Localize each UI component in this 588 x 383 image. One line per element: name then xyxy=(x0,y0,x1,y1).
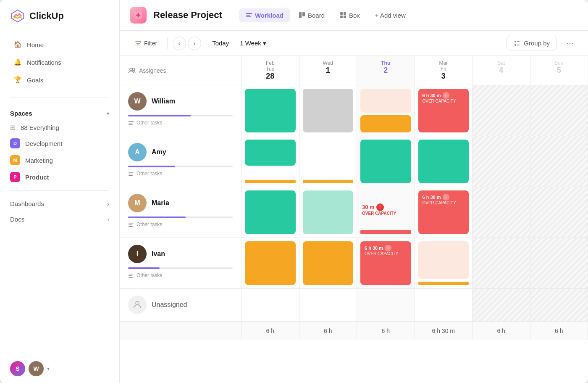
info-icon: ! xyxy=(443,194,449,201)
svg-rect-2 xyxy=(246,13,252,14)
next-button[interactable]: › xyxy=(188,37,201,50)
sidebar-item-notifications[interactable]: 🔔 Notifications xyxy=(3,54,116,71)
task-block[interactable]: 6 h 30 m ! OVER CAPACITY xyxy=(418,89,469,132)
svg-point-12 xyxy=(514,41,516,42)
page-header: Release Project Workload Board xyxy=(120,0,588,31)
toolbar: Filter ‹ › Today 1 Week ▾ Group by xyxy=(120,31,588,56)
person-row-amy: A Amy Other tasks xyxy=(120,136,588,187)
other-tasks[interactable]: Other tasks xyxy=(128,171,233,177)
divider xyxy=(10,98,109,98)
capacity-time: 6 h 30 m xyxy=(423,195,441,200)
avatar-maria: M xyxy=(128,194,147,212)
info-icon: ! xyxy=(376,203,384,211)
avatar-amy: A xyxy=(128,143,147,161)
sidebar-item-everything[interactable]: ⊞ 88 Everything xyxy=(0,120,119,135)
sidebar-item-home[interactable]: 🏠 Home xyxy=(3,36,116,53)
person-name: Maria xyxy=(152,199,169,207)
orange-bar[interactable] xyxy=(418,282,469,285)
task-block[interactable] xyxy=(303,190,354,234)
day-cell-maria-4 xyxy=(472,187,530,238)
filter-button[interactable]: Filter xyxy=(130,37,162,49)
tab-workload[interactable]: Workload xyxy=(239,8,290,22)
tasks-icon xyxy=(128,272,134,278)
avatar-ivan: I xyxy=(128,245,147,263)
task-block[interactable] xyxy=(303,241,354,285)
chevron-down-icon: ▾ xyxy=(263,40,266,47)
main-content: Release Project Workload Board xyxy=(120,0,588,383)
today-button[interactable]: Today xyxy=(206,37,235,49)
task-bar-small[interactable] xyxy=(245,180,296,183)
svg-rect-20 xyxy=(129,124,133,125)
day-cell-william-4 xyxy=(472,85,530,136)
prev-button[interactable]: ‹ xyxy=(173,37,186,50)
day-cell-amy-2 xyxy=(357,136,415,187)
svg-rect-21 xyxy=(129,172,134,173)
person-info-maria: M Maria Other tasks xyxy=(120,187,242,238)
spaces-title: Spaces xyxy=(10,110,32,117)
everything-label: 88 Everything xyxy=(21,124,59,131)
svg-rect-28 xyxy=(129,275,132,276)
svg-rect-18 xyxy=(129,121,134,122)
over-capacity-text: OVER CAPACITY xyxy=(423,201,465,205)
tab-box[interactable]: Box xyxy=(333,8,367,22)
day-cell-william-1 xyxy=(299,85,357,136)
over-capacity-text: OVER CAPACITY xyxy=(423,99,465,103)
task-block[interactable] xyxy=(360,140,411,183)
task-block[interactable] xyxy=(418,241,469,279)
avatar-2[interactable]: W xyxy=(29,361,44,376)
sidebar-item-product[interactable]: P Product xyxy=(0,169,119,185)
sidebar-item-label: Notifications xyxy=(27,59,61,66)
more-options-button[interactable]: ⋯ xyxy=(562,36,578,50)
day-name: Fri xyxy=(418,66,469,72)
other-tasks[interactable]: Other tasks xyxy=(128,222,233,227)
task-block[interactable] xyxy=(360,89,411,113)
red-bar[interactable] xyxy=(360,230,411,234)
task-block[interactable] xyxy=(245,190,296,234)
task-bar-small[interactable] xyxy=(303,180,354,183)
month-label: Feb xyxy=(245,60,296,66)
day-cell-unassigned-5 xyxy=(530,289,588,321)
svg-rect-3 xyxy=(246,15,250,16)
task-block[interactable]: 6 h 30 m ! OVER CAPACITY xyxy=(418,190,469,234)
tab-board[interactable]: Board xyxy=(292,8,331,22)
sidebar-item-marketing[interactable]: M Marketing xyxy=(0,152,119,169)
person-info-amy: A Amy Other tasks xyxy=(120,136,242,187)
other-tasks[interactable]: Other tasks xyxy=(128,272,233,278)
day-cell-unassigned-1 xyxy=(299,289,357,321)
progress-bar xyxy=(128,166,175,167)
task-block[interactable] xyxy=(418,140,469,183)
task-block[interactable]: 6 h 30 m ! OVER CAPACITY xyxy=(360,241,411,285)
sidebar-item-goals[interactable]: 🏆 Goals xyxy=(3,71,116,88)
other-tasks[interactable]: Other tasks xyxy=(128,120,233,126)
svg-rect-24 xyxy=(129,223,134,224)
task-block[interactable] xyxy=(245,89,296,132)
sidebar-item-dashboards[interactable]: Dashboards › xyxy=(0,196,119,211)
day-cell-unassigned-4 xyxy=(472,289,530,321)
tasks-icon xyxy=(128,171,134,177)
marketing-label: Marketing xyxy=(25,157,53,164)
avatar-dropdown-icon[interactable]: ▾ xyxy=(47,366,50,372)
spaces-header[interactable]: Spaces ▾ xyxy=(10,110,109,117)
avatar-1[interactable]: S xyxy=(10,361,25,376)
day-cell-unassigned-3 xyxy=(415,289,473,321)
day-name: Thu xyxy=(360,60,411,66)
date-col-5: Sun 5 xyxy=(530,56,588,85)
week-selector[interactable]: 1 Week ▾ xyxy=(240,40,266,47)
task-block[interactable] xyxy=(303,89,354,132)
day-cell-maria-2: 30 m ! OVER CAPACITY xyxy=(357,187,415,238)
sidebar-item-docs[interactable]: Docs › xyxy=(0,211,119,227)
add-view-button[interactable]: + Add view xyxy=(368,8,412,22)
date-col-2: Thu 2 xyxy=(357,56,415,85)
task-block[interactable] xyxy=(245,241,296,285)
dashboards-label: Dashboards xyxy=(10,200,44,207)
sidebar-item-development[interactable]: D Development xyxy=(0,135,119,152)
other-tasks-label: Other tasks xyxy=(136,120,162,126)
logo-text: ClickUp xyxy=(29,11,64,21)
bell-icon: 🔔 xyxy=(13,58,22,66)
task-block[interactable] xyxy=(360,115,411,132)
user-avatars: S W ▾ xyxy=(0,354,119,383)
group-by-button[interactable]: Group by xyxy=(507,36,557,50)
task-block[interactable] xyxy=(245,140,296,166)
footer-cell-4: 6 h xyxy=(472,322,530,340)
svg-rect-26 xyxy=(129,226,133,227)
